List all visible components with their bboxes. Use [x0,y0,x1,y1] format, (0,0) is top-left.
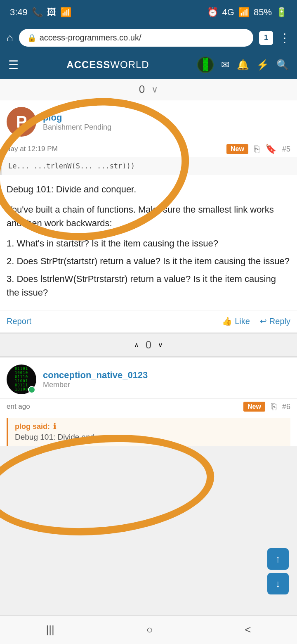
like-icon-5: 👍 [222,316,232,326]
like-button-5[interactable]: 👍 Like [222,316,250,326]
post-user-row-6: 011011001001110110010011110100 conceptio… [0,358,297,398]
share-icon-6[interactable]: ⎘ [271,401,276,412]
post-line1: Debug 101: Divide and conquer. [7,182,290,196]
browser-bar: ⌂ 🔒 access-programmers.co.uk/ 1 ⋮ [0,25,297,51]
share-icon-5[interactable]: ⎘ [254,144,259,154]
post-time-6: ent ago [7,402,30,411]
user-info-conception: conception_native_0123 Member [43,370,148,389]
post-time-5: day at 12:19 PM [7,145,58,153]
avatar-wrapper-6: 011011001001110110010011110100 [7,365,36,394]
scroll-up-button[interactable]: ↑ [267,548,289,570]
reply-label-5: Reply [269,317,290,326]
post-number-5: #5 [282,145,290,154]
nav-bar: ||| ○ < [0,615,297,644]
scroll-down-button[interactable]: ↓ [267,573,289,594]
user-info-plog: plog Banishment Pending [43,112,111,132]
browser-menu-icon[interactable]: ⋮ [279,31,290,45]
reply-button-5[interactable]: ↩ Reply [260,316,290,326]
post-item2: 2. Does StrPtr(startstr) return a value?… [7,254,290,268]
post-badges-6: New ⎘ #6 [243,401,290,412]
bell-icon[interactable]: 🔔 [237,59,249,71]
post-item3: 3. Does lstrlenW(StrPtrstarstr) return a… [7,272,290,299]
phone-icon: 📞 [32,7,43,18]
home-icon[interactable]: ⌂ [7,31,13,44]
gallery-icon: 🖼 [47,7,56,18]
time-display: 3:49 [10,7,28,18]
nav-menu-icon[interactable]: ||| [46,623,54,636]
post-meta-row-6: ent ago New ⎘ #6 [0,398,297,414]
post-body-5: Debug 101: Divide and conquer. You've bu… [0,176,297,310]
post-card-5: P plog Banishment Pending day at 12:19 P… [0,100,297,332]
title-access: ACCESS [66,59,110,70]
status-right: ⏰ 4G 📶 85% 🔋 [207,7,287,18]
post-badges-5: New ⎘ 🔖 #5 [226,144,290,154]
new-badge-6[interactable]: New [243,402,265,412]
new-badge-5[interactable]: New [226,144,248,154]
lock-icon: 🔒 [27,33,36,43]
site-title: ACCESSWORLD [66,59,149,71]
hamburger-icon[interactable]: ☰ [8,58,19,72]
like-label-5: Like [235,317,250,326]
nav-back-icon[interactable]: < [245,623,251,636]
quote-block-6: plog said: ℹ Debug 101: Divide and conqu… [7,418,290,446]
lightning-icon[interactable]: ⚡ [257,59,269,71]
search-icon[interactable]: 🔍 [276,59,289,71]
divider-vote-row: ∧ 0 ∨ [0,333,297,357]
wifi-icon: 📶 [60,7,71,18]
battery-label: 85% [254,7,272,18]
quote-info-icon: ℹ [53,422,56,431]
code-snippet-5: Le... ...trlenW(S... ...str))) [0,157,297,175]
status-left: 3:49 📞 🖼 📶 [10,7,71,18]
divider-vote-up[interactable]: ∧ [134,341,139,349]
vote-count-post5: 0 [139,83,145,96]
url-text: access-programmers.co.uk/ [40,33,141,43]
site-header: ☰ ACCESSWORLD ▓▓▓▓▓▓ ✉ 🔔 ⚡ 🔍 [0,51,297,79]
network-label: 4G [222,7,234,18]
title-world: WORLD [110,59,149,70]
status-bar: 3:49 📞 🖼 📶 ⏰ 4G 📶 85% 🔋 [0,0,297,25]
bookmark-icon-5[interactable]: 🔖 [265,144,276,154]
user-avatar-header[interactable]: ▓▓▓▓▓▓ [197,57,214,73]
url-bar[interactable]: 🔒 access-programmers.co.uk/ [19,29,253,47]
post-actions-5: Report 👍 Like ↩ Reply [0,310,297,332]
tab-count[interactable]: 1 [259,31,273,45]
action-buttons-5: 👍 Like ↩ Reply [222,316,290,326]
vote-row-post5: 0 ∨ [0,79,297,100]
divider-vote-count: 0 [146,339,151,351]
alarm-icon: ⏰ [207,7,218,18]
post-line2: You've built a chain of functions. Make … [7,203,290,230]
avatar-plog[interactable]: P [7,107,36,137]
post-number-6: #6 [282,402,290,411]
post-card-6: 011011001001110110010011110100 conceptio… [0,358,297,446]
signal-icon: 📶 [238,7,250,18]
username-plog[interactable]: plog [43,112,111,123]
post-user-row-5: P plog Banishment Pending [0,100,297,141]
quote-author-6: plog said: ℹ [15,422,284,431]
scroll-buttons: ↑ ↓ [267,548,289,594]
post-item1: 1. What's in startstr? Is it the item ca… [7,237,290,250]
content-area: 0 ∨ P plog Banishment Pending day at 12:… [0,79,297,446]
mail-icon[interactable]: ✉ [221,59,229,71]
nav-home-icon[interactable]: ○ [146,623,153,636]
header-icons: ▓▓▓▓▓▓ ✉ 🔔 ⚡ 🔍 [197,57,289,73]
divider-vote-down[interactable]: ∨ [158,341,163,349]
battery-icon: 🔋 [276,7,287,18]
post-meta-row-5: day at 12:19 PM New ⎘ 🔖 #5 [0,141,297,157]
quote-text-6: Debug 101: Divide and conquer. [15,433,284,442]
user-role-plog: Banishment Pending [43,123,111,132]
online-indicator [28,386,35,393]
report-link-5[interactable]: Report [7,317,31,326]
user-role-conception: Member [43,381,148,389]
vote-chevron-post5[interactable]: ∨ [151,84,158,95]
reply-icon-5: ↩ [260,316,267,326]
username-conception[interactable]: conception_native_0123 [43,370,148,381]
